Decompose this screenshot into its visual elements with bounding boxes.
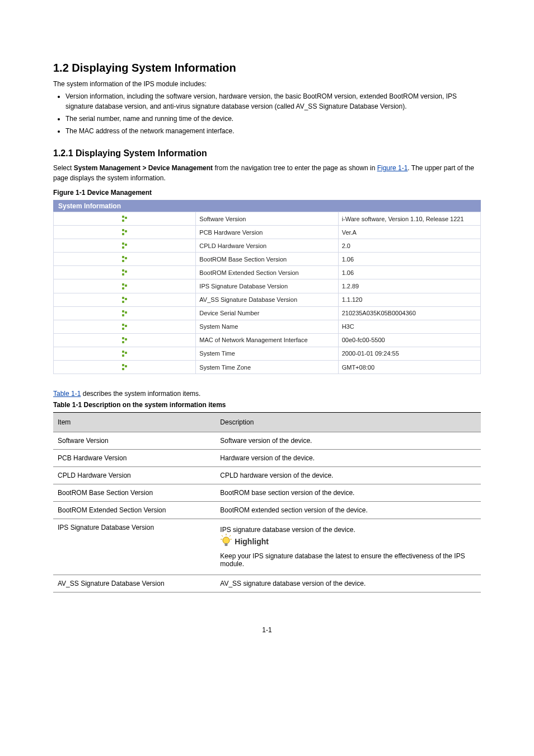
svg-rect-4 bbox=[125, 230, 127, 232]
cell-item: IPS Signature Database Version bbox=[53, 519, 216, 575]
svg-point-41 bbox=[223, 537, 229, 544]
system-info-row: AV_SS Signature Database Version1.1.120 bbox=[54, 293, 481, 306]
cell-desc: BootROM extended section version of the … bbox=[216, 502, 481, 519]
row-value: i-Ware software, Version 1.10, Release 1… bbox=[338, 212, 480, 226]
cell-item: BootROM Base Section Version bbox=[53, 484, 216, 502]
row-label: Device Serial Number bbox=[196, 306, 338, 320]
svg-rect-31 bbox=[125, 352, 127, 354]
row-label: PCB Hardware Version bbox=[196, 226, 338, 239]
system-info-row: System NameH3C bbox=[54, 320, 481, 333]
cell-desc: AV_SS signature database version of the … bbox=[216, 575, 481, 592]
bullet-icon bbox=[122, 242, 128, 249]
svg-rect-24 bbox=[122, 324, 124, 326]
figure-caption-text: Figure 1-1 Device Management bbox=[53, 189, 152, 197]
bullet-icon bbox=[122, 364, 128, 371]
system-info-row: System Time2000-01-01 09:24:55 bbox=[54, 347, 481, 360]
system-info-row: PCB Hardware VersionVer.A bbox=[54, 226, 481, 239]
column-header-desc: Description bbox=[216, 413, 481, 432]
svg-rect-25 bbox=[125, 325, 127, 327]
row-icon-cell bbox=[54, 253, 196, 266]
panel-header: System Information bbox=[54, 200, 481, 212]
lightbulb-icon bbox=[220, 534, 232, 549]
table-row: BootROM Extended Section VersionBootROM … bbox=[53, 502, 481, 519]
system-info-row: Software Versioni-Ware software, Version… bbox=[54, 212, 481, 226]
svg-rect-14 bbox=[122, 273, 124, 276]
row-icon-cell bbox=[54, 226, 196, 239]
row-value: 00e0-fc00-5500 bbox=[338, 333, 480, 347]
row-label: BootROM Extended Section Version bbox=[196, 266, 338, 279]
row-label: AV_SS Signature Database Version bbox=[196, 293, 338, 306]
svg-rect-13 bbox=[125, 270, 127, 273]
bullet-icon bbox=[122, 216, 128, 222]
svg-rect-16 bbox=[125, 284, 127, 287]
system-info-row: CPLD Hardware Version2.0 bbox=[54, 239, 481, 253]
cell-desc: Software version of the device. bbox=[216, 432, 481, 450]
figure-link[interactable]: Figure 1-1 bbox=[377, 164, 408, 172]
row-value: 1.1.120 bbox=[338, 293, 480, 306]
svg-line-37 bbox=[222, 535, 223, 536]
cell-item: PCB Hardware Version bbox=[53, 450, 216, 467]
svg-rect-3 bbox=[122, 229, 124, 231]
table-row: AV_SS Signature Database VersionAV_SS si… bbox=[53, 575, 481, 592]
cell-item: CPLD Hardware Version bbox=[53, 467, 216, 484]
svg-rect-28 bbox=[125, 338, 127, 340]
row-icon-cell bbox=[54, 212, 196, 226]
row-label: MAC of Network Management Interface bbox=[196, 333, 338, 347]
row-value: GMT+08:00 bbox=[338, 361, 480, 374]
table-row: Software VersionSoftware version of the … bbox=[53, 432, 481, 450]
cell-item: BootROM Extended Section Version bbox=[53, 502, 216, 519]
svg-rect-30 bbox=[122, 351, 124, 353]
cell-desc: Hardware version of the device. bbox=[216, 450, 481, 467]
svg-rect-5 bbox=[122, 233, 124, 235]
bullet-icon bbox=[122, 297, 128, 304]
nav-path: System Management > Device Management bbox=[74, 164, 213, 172]
svg-rect-0 bbox=[122, 216, 124, 218]
figure-caption: Figure 1-1 Device Management bbox=[53, 189, 481, 197]
svg-rect-8 bbox=[122, 246, 124, 249]
bullet-icon bbox=[122, 310, 128, 317]
subsection-heading: 1.2.1 Displaying System Information bbox=[53, 148, 481, 158]
row-icon-cell bbox=[54, 347, 196, 360]
description-table: Item Description Software VersionSoftwar… bbox=[53, 412, 481, 592]
row-value: 1.06 bbox=[338, 266, 480, 279]
bullet-icon bbox=[122, 283, 128, 290]
table-intro: Table 1-1 describes the system informati… bbox=[53, 390, 481, 398]
row-icon-cell bbox=[54, 279, 196, 293]
row-label: System Time bbox=[196, 347, 338, 360]
row-icon-cell bbox=[54, 333, 196, 347]
svg-rect-10 bbox=[125, 257, 127, 259]
table-row: CPLD Hardware VersionCPLD hardware versi… bbox=[53, 467, 481, 484]
svg-rect-23 bbox=[122, 314, 124, 316]
intro-bullet: The serial number, name and running time… bbox=[65, 114, 481, 124]
highlight-desc: IPS signature database version of the de… bbox=[220, 526, 476, 534]
svg-rect-20 bbox=[122, 301, 124, 303]
svg-rect-6 bbox=[122, 242, 124, 245]
bullet-icon bbox=[122, 229, 128, 236]
row-value: 1.2.89 bbox=[338, 279, 480, 293]
table-row: PCB Hardware VersionHardware version of … bbox=[53, 450, 481, 467]
cell-item: Software Version bbox=[53, 432, 216, 450]
system-info-row: IPS Signature Database Version1.2.89 bbox=[54, 279, 481, 293]
svg-rect-35 bbox=[122, 368, 124, 370]
svg-rect-18 bbox=[122, 297, 124, 299]
svg-rect-22 bbox=[125, 311, 127, 314]
section-heading: 1.2 Displaying System Information bbox=[53, 62, 481, 74]
row-icon-cell bbox=[54, 320, 196, 333]
svg-rect-1 bbox=[125, 217, 127, 219]
highlight-box: IPS signature database version of the de… bbox=[220, 524, 476, 570]
table-link[interactable]: Table 1-1 bbox=[53, 390, 81, 398]
cell-item: AV_SS Signature Database Version bbox=[53, 575, 216, 592]
system-info-row: Device Serial Number210235A035K05B000436… bbox=[54, 306, 481, 320]
bullet-icon bbox=[122, 256, 128, 263]
cell-desc: BootROM base section version of the devi… bbox=[216, 484, 481, 502]
cell-desc: IPS signature database version of the de… bbox=[216, 519, 481, 575]
svg-rect-27 bbox=[122, 337, 124, 339]
svg-rect-7 bbox=[125, 244, 127, 246]
row-label: BootROM Base Section Version bbox=[196, 253, 338, 266]
table-intro-text: describes the system information items. bbox=[81, 390, 200, 398]
svg-rect-26 bbox=[122, 328, 124, 330]
bullet-icon bbox=[122, 337, 128, 344]
svg-rect-42 bbox=[225, 543, 228, 546]
row-value: 2000-01-01 09:24:55 bbox=[338, 347, 480, 360]
svg-rect-19 bbox=[125, 298, 127, 300]
